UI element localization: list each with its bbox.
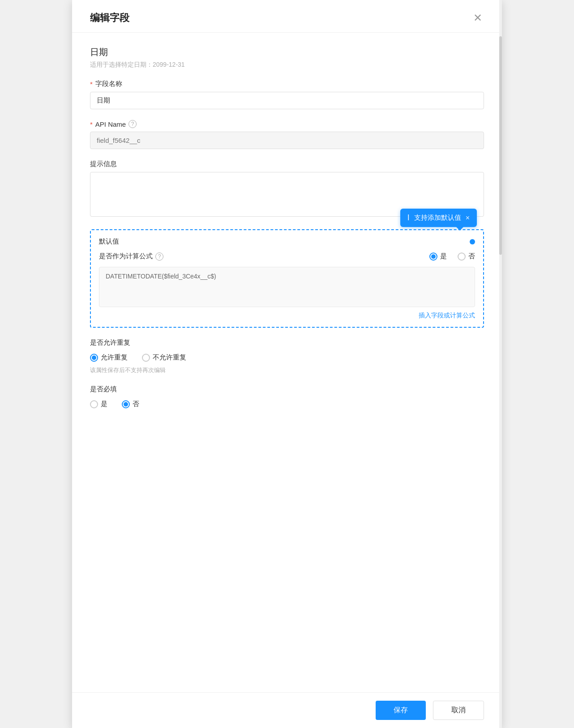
formula-yes-label: 是	[440, 252, 447, 261]
field-name-label: * 字段名称	[90, 80, 484, 88]
close-button[interactable]: ✕	[471, 11, 484, 25]
formula-no-radio-circle	[458, 253, 466, 261]
disallow-duplicate-radio-circle	[142, 354, 150, 362]
required-yes-radio-circle	[90, 400, 98, 408]
insert-formula-link[interactable]: 插入字段或计算公式	[99, 312, 475, 320]
field-type-title: 日期	[90, 46, 484, 58]
field-name-input[interactable]	[90, 92, 484, 109]
formula-input-area[interactable]: DATETIMETODATE($field_3Ce4x__c$)	[99, 267, 475, 307]
formula-no-radio[interactable]: 否	[458, 252, 475, 261]
tooltip-text: 支持添加默认值	[414, 214, 461, 222]
default-value-label: 默认值	[99, 237, 119, 246]
edit-field-dialog: 编辑字段 ✕ 日期 适用于选择特定日期：2099-12-31 * 字段名称 * …	[72, 0, 502, 728]
required-radio-row: 是 否	[90, 400, 484, 408]
blue-dot-indicator	[470, 239, 475, 244]
required-no-radio[interactable]: 否	[122, 400, 139, 408]
formula-yes-radio[interactable]: 是	[429, 252, 447, 261]
scrollbar-track[interactable]	[499, 0, 502, 728]
required-section: 是否必填 是 否	[90, 385, 484, 408]
required-no-label: 否	[133, 400, 139, 408]
required-yes-radio[interactable]: 是	[90, 400, 107, 408]
formula-yes-radio-circle	[429, 253, 437, 261]
dialog-footer: 保存 取消	[72, 692, 502, 728]
allow-duplicate-radio[interactable]: 允许重复	[90, 353, 128, 362]
cancel-button[interactable]: 取消	[433, 701, 484, 720]
scrollbar-thumb[interactable]	[499, 36, 502, 255]
field-type-header: 日期 适用于选择特定日期：2099-12-31	[90, 46, 484, 69]
dialog-title: 编辑字段	[90, 11, 129, 25]
default-value-section: I 支持添加默认值 × 默认值 是否作为计算公式 ? 是	[90, 229, 484, 328]
hint-label-text: 提示信息	[90, 160, 117, 168]
required-yes-label: 是	[101, 400, 107, 408]
required-no-radio-circle	[122, 400, 130, 408]
formula-label: 是否作为计算公式 ?	[99, 252, 163, 261]
default-value-header: 默认值	[99, 237, 475, 246]
field-name-section: * 字段名称	[90, 80, 484, 109]
tooltip-cursor-icon: I	[407, 213, 410, 223]
tooltip-close-button[interactable]: ×	[466, 214, 470, 222]
duplicate-label: 是否允许重复	[90, 338, 484, 347]
hint-label: 提示信息	[90, 160, 484, 168]
disallow-duplicate-label: 不允许重复	[153, 353, 186, 362]
api-name-input[interactable]	[90, 132, 484, 149]
formula-help-icon[interactable]: ?	[155, 253, 163, 261]
api-name-section: * API Name ?	[90, 120, 484, 149]
tooltip-popup: I 支持添加默认值 ×	[400, 209, 477, 227]
field-type-desc: 适用于选择特定日期：2099-12-31	[90, 61, 484, 69]
required-label: 是否必填	[90, 385, 484, 394]
api-name-label: * API Name ?	[90, 120, 484, 128]
dialog-body: 日期 适用于选择特定日期：2099-12-31 * 字段名称 * API Nam…	[72, 33, 502, 692]
allow-duplicate-radio-circle	[90, 354, 98, 362]
formula-row: 是否作为计算公式 ? 是 否	[99, 252, 475, 261]
api-name-help-icon[interactable]: ?	[129, 120, 137, 128]
formula-label-text: 是否作为计算公式	[99, 252, 153, 261]
api-name-label-text: API Name	[95, 120, 126, 128]
duplicate-hint: 该属性保存后不支持再次编辑	[90, 366, 484, 374]
dialog-header: 编辑字段 ✕	[72, 0, 502, 33]
formula-content: DATETIMETODATE($field_3Ce4x__c$)	[106, 273, 216, 280]
disallow-duplicate-radio[interactable]: 不允许重复	[142, 353, 186, 362]
duplicate-radio-row: 允许重复 不允许重复	[90, 353, 484, 362]
save-button[interactable]: 保存	[376, 701, 426, 720]
allow-duplicate-label: 允许重复	[101, 353, 128, 362]
required-star-name: *	[90, 80, 93, 88]
formula-no-label: 否	[468, 252, 475, 261]
duplicate-section: 是否允许重复 允许重复 不允许重复 该属性保存后不支持再次编辑	[90, 338, 484, 374]
required-star-api: *	[90, 120, 93, 128]
formula-radio-group: 是 否	[429, 252, 475, 261]
field-name-label-text: 字段名称	[95, 80, 122, 88]
